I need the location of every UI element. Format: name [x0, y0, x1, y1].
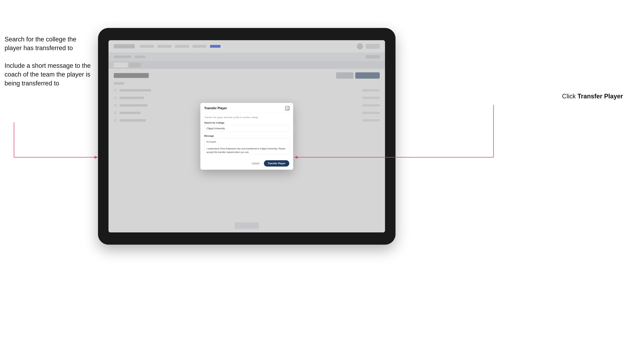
annotation-right-prefix: Click [562, 93, 578, 100]
transfer-player-modal: Transfer Player × Transfer the player an… [200, 103, 293, 170]
tablet-screen: Transfer Player × Transfer the player an… [108, 40, 385, 232]
annotation-message-text: Include a short message to the coach of … [4, 61, 92, 88]
message-textarea[interactable]: Hi Coach, I understand Chris Robertson h… [204, 138, 289, 154]
modal-header: Transfer Player × [200, 103, 293, 113]
modal-close-button[interactable]: × [285, 106, 289, 110]
search-college-input[interactable] [204, 125, 289, 132]
annotation-right: Click Transfer Player [562, 93, 623, 100]
modal-title: Transfer Player [204, 106, 227, 110]
message-label: Message [204, 135, 289, 137]
svg-marker-2 [94, 156, 98, 159]
modal-footer: Cancel Transfer Player [200, 158, 293, 170]
tablet-frame: Transfer Player × Transfer the player an… [98, 28, 396, 245]
modal-subtitle: Transfer the player and their profile to… [204, 116, 289, 119]
annotation-left: Search for the college the player has tr… [4, 35, 92, 96]
transfer-player-button[interactable]: Transfer Player [264, 160, 289, 167]
annotation-right-bold: Transfer Player [578, 93, 623, 100]
annotation-search-text: Search for the college the player has tr… [4, 35, 92, 53]
cancel-button[interactable]: Cancel [249, 161, 262, 166]
modal-body: Transfer the player and their profile to… [200, 113, 293, 158]
search-college-label: Search for College [204, 121, 289, 124]
